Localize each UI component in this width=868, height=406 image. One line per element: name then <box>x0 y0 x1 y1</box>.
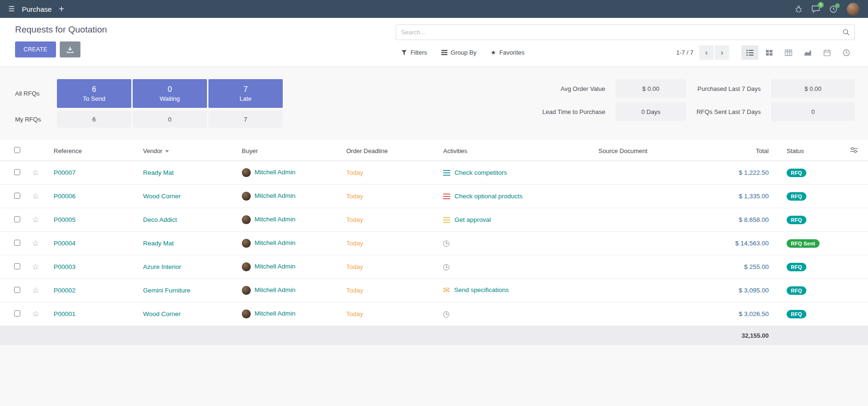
table-row[interactable]: ☆ P00003 Azure Interior Mitchell Admin T… <box>0 255 868 279</box>
graph-view-button[interactable] <box>799 45 816 60</box>
vendor-link[interactable]: Azure Interior <box>143 263 181 270</box>
messages-icon[interactable]: 5 <box>812 5 820 13</box>
table-row[interactable]: ☆ P00007 Ready Mat Mitchell Admin Today … <box>0 161 868 185</box>
row-checkbox[interactable] <box>14 287 20 293</box>
vendor-link[interactable]: Wood Corner <box>143 193 181 200</box>
row-checkbox[interactable] <box>14 193 20 199</box>
buyer-link[interactable]: Mitchell Admin <box>255 169 295 176</box>
activity-icon[interactable] <box>443 264 449 270</box>
vendor-link[interactable]: Wood Corner <box>143 310 181 317</box>
activity-icon[interactable] <box>443 311 449 317</box>
list-view-icon <box>746 49 754 57</box>
buyer-link[interactable]: Mitchell Admin <box>255 263 295 270</box>
filters-button[interactable]: Filters <box>401 49 427 56</box>
favorite-star-icon[interactable]: ☆ <box>32 239 39 248</box>
buyer-link[interactable]: Mitchell Admin <box>255 216 295 223</box>
vendor-link[interactable]: Ready Mat <box>143 169 174 176</box>
header-buyer[interactable]: Buyer <box>238 140 342 161</box>
table-row[interactable]: ☆ P00004 Ready Mat Mitchell Admin Today … <box>0 232 868 255</box>
source-document-cell <box>595 302 712 326</box>
pager-previous-button[interactable]: ‹ <box>699 45 714 60</box>
header-vendor[interactable]: Vendor <box>139 140 238 161</box>
header-reference[interactable]: Reference <box>50 140 139 161</box>
user-avatar[interactable] <box>847 3 860 16</box>
header-source-document[interactable]: Source Document <box>595 140 712 161</box>
kanban-view-button[interactable] <box>761 45 778 60</box>
activity-icon[interactable] <box>443 217 450 223</box>
header-status[interactable]: Status <box>783 140 839 161</box>
favorite-star-icon[interactable]: ☆ <box>32 215 39 224</box>
stat-label-purchased-last-7-days: Purchased Last 7 Days <box>696 85 761 92</box>
tile-waiting-label: Waiting <box>159 95 180 102</box>
favorite-star-icon[interactable]: ☆ <box>32 309 39 318</box>
reference-link[interactable]: P00007 <box>54 169 76 176</box>
debug-bug-icon[interactable] <box>795 5 802 13</box>
search-icon[interactable] <box>843 29 850 36</box>
list-view-button[interactable] <box>741 45 758 60</box>
table-row[interactable]: ☆ P00002 Gemini Furniture Mitchell Admin… <box>0 279 868 302</box>
row-checkbox[interactable] <box>14 169 20 175</box>
row-checkbox[interactable] <box>14 310 20 317</box>
search-input[interactable] <box>396 25 843 40</box>
activity-icon[interactable] <box>443 241 449 247</box>
activity-icon[interactable] <box>443 170 450 176</box>
plus-icon[interactable]: + <box>59 4 64 14</box>
tile-my-late[interactable]: 7 <box>208 111 283 128</box>
calendar-view-button[interactable] <box>819 45 836 60</box>
reference-link[interactable]: P00005 <box>54 216 76 223</box>
group-by-button[interactable]: Group By <box>441 49 477 56</box>
favorite-star-icon[interactable]: ☆ <box>32 286 39 295</box>
reference-link[interactable]: P00001 <box>54 310 76 317</box>
reference-link[interactable]: P00003 <box>54 263 76 270</box>
pager-range: 1-7 / 7 <box>676 49 693 56</box>
header-activities[interactable]: Activities <box>439 140 595 161</box>
header-total[interactable]: Total <box>712 140 783 161</box>
buyer-link[interactable]: Mitchell Admin <box>255 310 295 317</box>
table-row[interactable]: ☆ P00006 Wood Corner Mitchell Admin Toda… <box>0 185 868 208</box>
buyer-link[interactable]: Mitchell Admin <box>255 286 295 293</box>
apps-menu-icon[interactable]: ☰ <box>8 5 15 13</box>
row-total: $ 1,335.00 <box>739 193 769 200</box>
pager-next-button[interactable]: › <box>715 45 729 60</box>
graph-view-icon <box>804 49 812 57</box>
favorites-button[interactable]: ★ Favorites <box>491 49 525 56</box>
tile-to-send[interactable]: 6 To Send <box>57 79 131 108</box>
favorite-star-icon[interactable]: ☆ <box>32 192 39 201</box>
tile-my-waiting[interactable]: 0 <box>133 111 207 128</box>
tile-waiting[interactable]: 0 Waiting <box>133 79 207 108</box>
row-checkbox[interactable] <box>14 263 20 269</box>
reference-link[interactable]: P00004 <box>54 240 76 247</box>
table-row[interactable]: ☆ P00005 Deco Addict Mitchell Admin Toda… <box>0 208 868 232</box>
create-button[interactable]: CREATE <box>15 41 56 57</box>
source-document-cell <box>595 161 712 185</box>
app-name[interactable]: Purchase <box>22 5 51 13</box>
buyer-link[interactable]: Mitchell Admin <box>255 192 295 199</box>
activity-view-button[interactable] <box>838 45 855 60</box>
favorite-star-icon[interactable]: ☆ <box>32 262 39 271</box>
activity-label[interactable]: Check optional products <box>454 193 523 200</box>
calendar-view-icon <box>823 49 831 57</box>
vendor-link[interactable]: Gemini Furniture <box>143 287 191 294</box>
activity-label[interactable]: Check competitors <box>454 169 507 176</box>
buyer-link[interactable]: Mitchell Admin <box>255 239 295 246</box>
activity-label[interactable]: Send specifications <box>454 286 509 293</box>
header-order-deadline[interactable]: Order Deadline <box>342 140 439 161</box>
pivot-view-button[interactable] <box>780 45 797 60</box>
reference-link[interactable]: P00002 <box>54 287 76 294</box>
tile-my-to-send[interactable]: 6 <box>57 111 131 128</box>
header-optional-columns[interactable] <box>839 140 868 161</box>
vendor-link[interactable]: Deco Addict <box>143 216 177 223</box>
activity-icon[interactable] <box>443 194 450 200</box>
row-checkbox[interactable] <box>14 216 20 222</box>
table-row[interactable]: ☆ P00001 Wood Corner Mitchell Admin Toda… <box>0 302 868 326</box>
row-checkbox[interactable] <box>14 240 20 246</box>
activity-icon[interactable] <box>443 286 450 294</box>
activities-clock-icon[interactable] <box>829 5 837 13</box>
favorite-star-icon[interactable]: ☆ <box>32 168 39 177</box>
reference-link[interactable]: P00006 <box>54 193 76 200</box>
activity-label[interactable]: Get approval <box>454 216 491 223</box>
tile-late[interactable]: 7 Late <box>208 79 283 108</box>
export-button[interactable] <box>60 41 80 57</box>
select-all-checkbox[interactable] <box>14 147 20 153</box>
vendor-link[interactable]: Ready Mat <box>143 240 174 247</box>
